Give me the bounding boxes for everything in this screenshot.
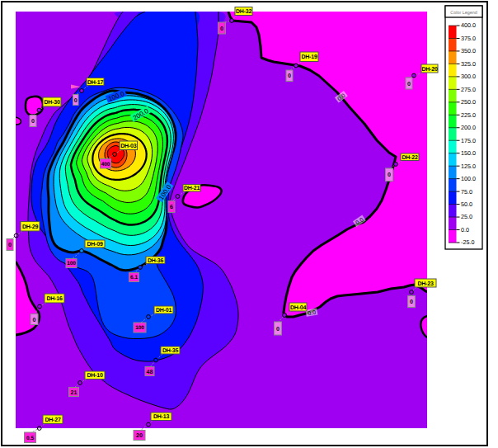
svg-text:25.0: 25.0 — [461, 213, 472, 220]
svg-text:DH-13: DH-13 — [153, 414, 170, 420]
svg-text:0.0: 0.0 — [461, 226, 469, 233]
svg-text:100: 100 — [67, 261, 76, 266]
svg-text:0: 0 — [276, 327, 280, 332]
svg-text:0: 0 — [220, 26, 223, 32]
svg-text:100.0: 100.0 — [461, 175, 476, 182]
svg-text:DH-21: DH-21 — [184, 186, 200, 191]
svg-text:150.0: 150.0 — [461, 149, 476, 157]
svg-text:0: 0 — [407, 82, 411, 87]
svg-text:DH-01: DH-01 — [156, 308, 172, 314]
svg-text:DH-20: DH-20 — [421, 67, 438, 73]
svg-text:325.0: 325.0 — [461, 60, 476, 68]
svg-text:300.0: 300.0 — [461, 73, 476, 80]
svg-text:350.0: 350.0 — [461, 47, 476, 54]
svg-text:0: 0 — [288, 73, 291, 79]
svg-text:0: 0 — [33, 318, 36, 323]
svg-text:DH-29: DH-29 — [22, 224, 39, 230]
svg-text:375.0: 375.0 — [461, 35, 476, 42]
svg-text:0: 0 — [410, 299, 413, 305]
svg-text:0: 0 — [31, 119, 35, 125]
svg-text:250.0: 250.0 — [461, 98, 476, 106]
svg-text:400: 400 — [101, 162, 110, 167]
svg-text:DH-22: DH-22 — [402, 155, 418, 161]
svg-text:200.0: 200.0 — [461, 124, 476, 131]
svg-text:6: 6 — [170, 205, 173, 210]
svg-text:0: 0 — [8, 243, 12, 248]
svg-text:75.0: 75.0 — [461, 188, 472, 196]
svg-text:DH-23: DH-23 — [417, 281, 434, 287]
svg-text:DH-04: DH-04 — [290, 305, 307, 311]
svg-text:50.0: 50.0 — [461, 200, 472, 208]
svg-text:20: 20 — [136, 433, 143, 439]
svg-text:125.0: 125.0 — [461, 163, 476, 170]
svg-text:DH-35: DH-35 — [162, 348, 179, 354]
svg-text:DH-10: DH-10 — [87, 373, 103, 379]
svg-text:6.1: 6.1 — [130, 275, 138, 281]
svg-text:DH-32: DH-32 — [236, 9, 252, 15]
svg-text:DH-30: DH-30 — [44, 100, 60, 106]
svg-text:21: 21 — [71, 390, 78, 396]
svg-text:DH-03: DH-03 — [120, 144, 137, 149]
svg-text:DH-19: DH-19 — [301, 54, 317, 60]
svg-text:100: 100 — [135, 325, 144, 331]
svg-text:DH-17: DH-17 — [87, 80, 104, 86]
svg-text:225.0: 225.0 — [461, 111, 476, 119]
svg-text:0: 0 — [388, 172, 391, 178]
svg-text:DH-36: DH-36 — [148, 258, 164, 264]
svg-text:Color Legend: Color Legend — [450, 11, 477, 16]
svg-text:48: 48 — [147, 370, 153, 375]
svg-text:175.0: 175.0 — [461, 137, 476, 144]
svg-text:0.5: 0.5 — [26, 436, 34, 441]
svg-text:275.0: 275.0 — [461, 86, 476, 93]
svg-text:DH-16: DH-16 — [46, 296, 63, 302]
svg-text:400.0: 400.0 — [461, 21, 476, 29]
svg-text:DH-27: DH-27 — [45, 417, 61, 423]
svg-text:DH-09: DH-09 — [87, 242, 103, 248]
svg-text:-25.0: -25.0 — [461, 238, 474, 246]
svg-text:0: 0 — [74, 98, 78, 104]
